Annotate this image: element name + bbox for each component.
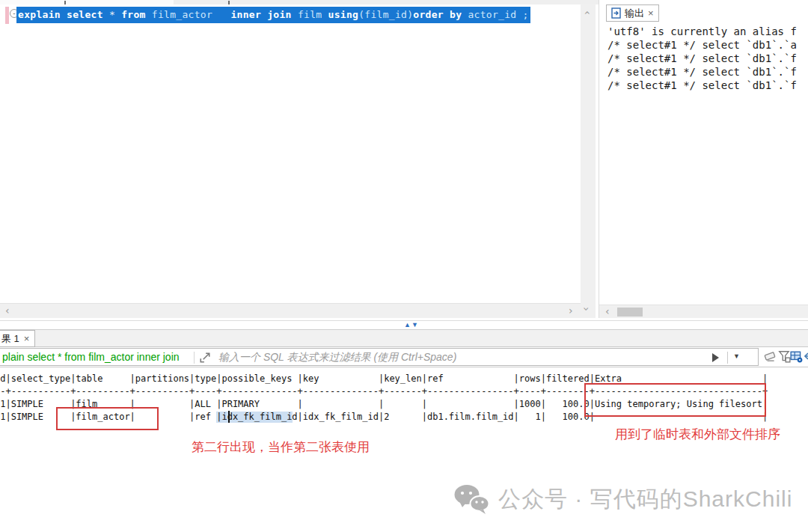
output-tab-label: 输出: [625, 7, 644, 20]
annotation-box-extra: [584, 383, 766, 417]
result-grid[interactable]: id|select_type|table |partitions|type|po…: [0, 368, 808, 480]
output-horizontal-scrollbar[interactable]: ‹: [599, 305, 808, 318]
close-icon[interactable]: ×: [648, 8, 654, 18]
watermark-text: 公众号 · 写代码的SharkChili: [498, 484, 792, 515]
sash-down-icon[interactable]: ▼: [411, 321, 419, 328]
filter-history-dropdown-icon[interactable]: ▼: [733, 352, 740, 360]
sash-up-icon[interactable]: ▲: [404, 321, 411, 328]
changed-line-indicator: [5, 7, 9, 24]
button-separator: [727, 352, 728, 364]
sash-collapse-control[interactable]: ▲▼: [404, 321, 419, 328]
scroll-left-icon[interactable]: ‹: [5, 305, 10, 316]
editor-horizontal-scrollbar[interactable]: ‹ ›: [0, 303, 581, 318]
filter-settings-icon[interactable]: [778, 350, 791, 363]
sql-editor-pane[interactable]: - explain select * from film_actor inner…: [0, 4, 581, 303]
nav-back-icon[interactable]: [804, 351, 808, 361]
scroll-down-icon[interactable]: ›: [581, 307, 592, 311]
app-window: - explain select * from film_actor inner…: [0, 0, 808, 532]
wechat-icon: [453, 483, 489, 515]
erase-filter-icon[interactable]: [763, 349, 777, 363]
apply-filter-icon[interactable]: [712, 353, 719, 362]
scroll-up-icon[interactable]: ›: [581, 10, 592, 15]
tab-output[interactable]: 输出 ×: [606, 4, 659, 22]
result-filter-bar: plain select * from film_actor inner joi…: [0, 347, 808, 367]
result-tab-bar: 果 1 ×: [0, 330, 808, 347]
scroll-right-icon[interactable]: ›: [569, 305, 573, 316]
close-icon[interactable]: ×: [24, 333, 30, 344]
filter-divider: [194, 352, 195, 364]
editor-vertical-scrollbar[interactable]: › ›: [581, 4, 596, 318]
sql-selected-line[interactable]: explain select * from film_actor inner j…: [16, 7, 530, 23]
output-log-text: 'utf8' is currently an alias f /* select…: [607, 25, 808, 107]
grid-options-icon[interactable]: [790, 350, 803, 363]
watermark: 公众号 · 写代码的SharkChili: [453, 483, 792, 515]
filter-placeholder: 输入一个 SQL 表达式来过滤结果 (使用 Ctrl+Space): [218, 351, 456, 364]
annotation-note-left: 第二行出现，当作第二张表使用: [192, 438, 370, 456]
annotation-box-film-actor: [56, 407, 159, 430]
output-doc-icon: [611, 7, 621, 19]
filter-query-text[interactable]: plain select * from film_actor inner joi…: [2, 351, 180, 363]
scroll-left-icon[interactable]: ‹: [605, 306, 610, 317]
annotation-note-right: 用到了临时表和外部文件排序: [615, 426, 780, 443]
result-tab-label: 果 1: [1, 332, 19, 346]
text-cursor: [228, 411, 230, 423]
filter-input[interactable]: plain select * from film_actor inner joi…: [0, 348, 759, 366]
output-panel: 输出 × 'utf8' is currently an alias f /* s…: [599, 0, 808, 318]
scrollbar-thumb[interactable]: [617, 308, 643, 317]
expand-filter-icon[interactable]: [199, 352, 211, 364]
tab-result-1[interactable]: 果 1 ×: [0, 330, 35, 347]
